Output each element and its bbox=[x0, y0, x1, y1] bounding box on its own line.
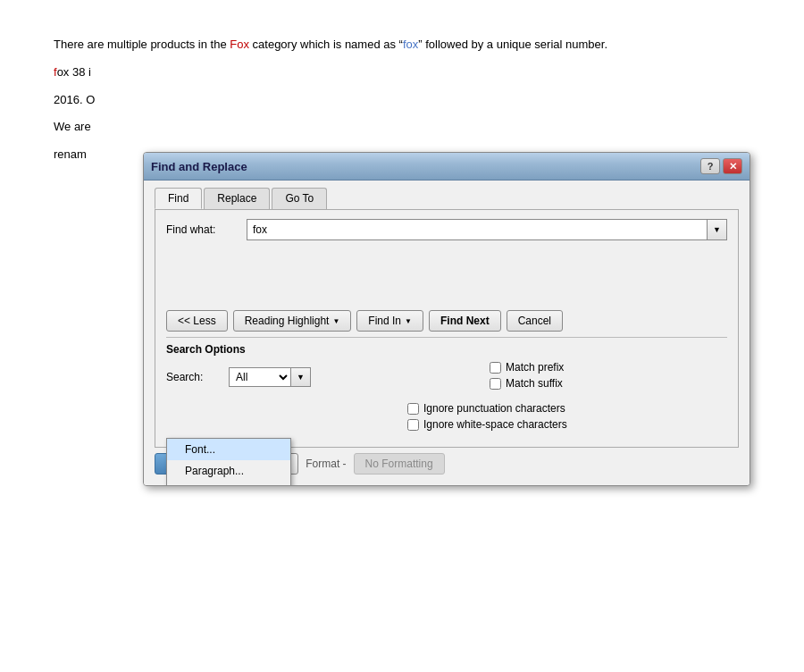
doc-paragraph-2: fox 38 i bbox=[54, 63, 750, 82]
dialog-titlebar: Find and Replace ? ✕ bbox=[144, 153, 750, 181]
ignore-whitespace-checkbox[interactable] bbox=[407, 419, 419, 431]
find-input-wrap: ▼ bbox=[247, 219, 727, 240]
doc-paragraph-3: We are bbox=[54, 118, 750, 137]
format-label: Format - bbox=[306, 458, 346, 470]
less-button[interactable]: << Less bbox=[166, 310, 228, 332]
find-replace-dialog: Find and Replace ? ✕ Find Replace Go To bbox=[143, 152, 750, 486]
tab-bar: Find Replace Go To bbox=[155, 188, 739, 209]
find-next-button[interactable]: Find Next bbox=[429, 310, 501, 332]
search-options-section: Search Options Search: All Down Up ▼ bbox=[166, 337, 727, 434]
dropdown-item-font[interactable]: Font... bbox=[167, 439, 290, 460]
left-placeholder bbox=[166, 402, 407, 434]
match-suffix-label: Match suffix bbox=[506, 377, 563, 390]
checkboxes-right: Match prefix Match suffix bbox=[490, 361, 564, 393]
checkboxes-right2: Ignore punctuation characters Ignore whi… bbox=[407, 402, 567, 434]
tab-panel-find: Find what: ▼ << Less Reading Highlight ▼… bbox=[155, 209, 739, 448]
reading-highlight-arrow: ▼ bbox=[332, 317, 339, 325]
match-prefix-label: Match prefix bbox=[506, 361, 564, 374]
match-prefix-checkbox[interactable] bbox=[490, 362, 501, 374]
tab-goto[interactable]: Go To bbox=[272, 188, 327, 209]
help-button[interactable]: ? bbox=[700, 158, 720, 174]
search-select-arrow-icon[interactable]: ▼ bbox=[291, 367, 311, 387]
ignore-whitespace-label: Ignore white-space characters bbox=[423, 418, 567, 431]
tab-find[interactable]: Find bbox=[155, 188, 202, 209]
reading-highlight-button[interactable]: Reading Highlight ▼ bbox=[233, 310, 352, 332]
ignore-punctuation-row: Ignore punctuation characters bbox=[407, 402, 567, 415]
find-what-label: Find what: bbox=[166, 223, 247, 236]
find-in-button[interactable]: Find In ▼ bbox=[356, 310, 423, 332]
titlebar-buttons: ? ✕ bbox=[700, 158, 742, 174]
dropdown-item-tabs[interactable]: Tabs... bbox=[167, 482, 290, 486]
no-formatting-button[interactable]: No Formatting bbox=[354, 453, 445, 475]
match-suffix-row: Match suffix bbox=[490, 377, 564, 390]
search-label: Search: bbox=[166, 371, 229, 383]
find-in-arrow: ▼ bbox=[405, 317, 412, 325]
format-dropdown-menu: Font... Paragraph... Tabs... Language...… bbox=[166, 438, 291, 486]
find-spacer bbox=[166, 248, 727, 301]
dropdown-item-paragraph[interactable]: Paragraph... bbox=[167, 460, 290, 482]
tab-replace[interactable]: Replace bbox=[204, 188, 270, 209]
find-dropdown-button[interactable]: ▼ bbox=[708, 219, 727, 240]
cancel-button[interactable]: Cancel bbox=[507, 310, 563, 332]
ignore-whitespace-row: Ignore white-space characters bbox=[407, 418, 567, 431]
dialog-content: Find Replace Go To Find what: ▼ bbox=[144, 181, 750, 485]
search-select-wrap: All Down Up ▼ bbox=[229, 367, 311, 387]
match-suffix-checkbox[interactable] bbox=[490, 378, 501, 390]
search-row: Search: All Down Up ▼ bbox=[166, 361, 727, 393]
doc-paragraph-1: There are multiple products in the Fox c… bbox=[54, 36, 750, 55]
match-prefix-row: Match prefix bbox=[490, 361, 564, 374]
dialog-title: Find and Replace bbox=[151, 160, 247, 173]
ignore-punctuation-checkbox[interactable] bbox=[407, 403, 419, 415]
search-select[interactable]: All Down Up bbox=[229, 367, 291, 387]
ignore-punctuation-label: Ignore punctuation characters bbox=[423, 402, 565, 415]
find-what-row: Find what: ▼ bbox=[166, 219, 727, 240]
doc-paragraph-2b: 2016. O bbox=[54, 91, 750, 110]
extra-checkboxes-area: Ignore punctuation characters Ignore whi… bbox=[166, 402, 727, 434]
button-row: << Less Reading Highlight ▼ Find In ▼ Fi… bbox=[166, 310, 727, 332]
search-options-label: Search Options bbox=[166, 337, 727, 356]
close-button[interactable]: ✕ bbox=[723, 158, 742, 174]
find-what-input[interactable] bbox=[247, 219, 708, 240]
